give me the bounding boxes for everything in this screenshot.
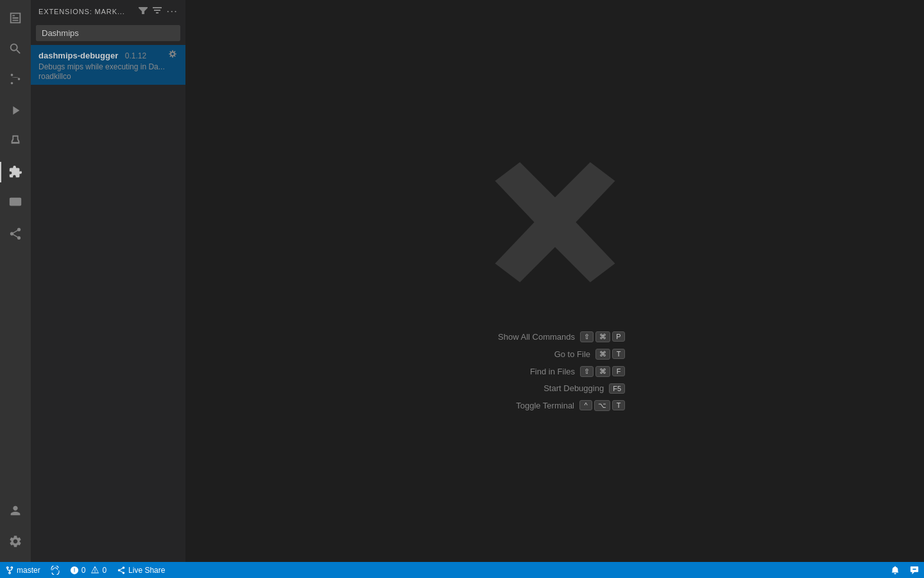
extension-description: Debugs mips while executing in Da...	[38, 62, 178, 71]
shortcut-find-in-files: Find in Files ⇧ ⌘ F	[485, 366, 625, 377]
status-right	[886, 566, 924, 575]
filter-button[interactable]	[138, 5, 148, 17]
shortcut-label-toggle-terminal: Toggle Terminal	[484, 401, 574, 410]
extension-item-dashmips-debugger[interactable]: dashmips-debugger 0.1.12 Debugs mips whi…	[31, 45, 185, 85]
extension-version: 0.1.12	[125, 51, 146, 60]
branch-name: master	[17, 566, 40, 575]
key-opt: ⌥	[594, 400, 610, 411]
activity-icon-settings[interactable]	[0, 526, 31, 557]
search-input[interactable]	[42, 28, 175, 38]
shortcut-keys-find-in-files: ⇧ ⌘ F	[580, 366, 625, 377]
status-left: master 0 0 Live Share	[0, 566, 170, 575]
status-bar: master 0 0 Live Share	[0, 562, 924, 578]
errors-count: 0	[81, 566, 86, 575]
activity-icon-testing[interactable]	[0, 126, 31, 157]
sync-icon	[51, 566, 60, 575]
status-live-share[interactable]: Live Share	[112, 566, 170, 575]
shortcut-keys-start-debugging: F5	[609, 383, 625, 394]
activity-icon-run[interactable]	[0, 95, 31, 126]
extension-author: roadkillco	[38, 72, 178, 81]
shortcut-start-debugging: Start Debugging F5	[514, 383, 625, 394]
key-cmd2: ⌘	[595, 366, 610, 377]
shortcut-label-start-debugging: Start Debugging	[514, 383, 604, 393]
main-content: Show All Commands ⇧ ⌘ P Go to File ⌘ T F…	[185, 0, 924, 562]
shortcuts-container: Show All Commands ⇧ ⌘ P Go to File ⌘ T F…	[484, 331, 625, 411]
key-f: F	[612, 366, 625, 376]
key-shift2: ⇧	[580, 366, 594, 377]
activity-icon-source-control[interactable]	[0, 64, 31, 95]
activity-bar	[0, 0, 31, 562]
key-p: P	[612, 331, 625, 342]
shortcut-label-show-all-commands: Show All Commands	[485, 332, 575, 342]
status-sync[interactable]	[46, 566, 65, 575]
activity-bar-bottom	[0, 495, 31, 562]
extension-settings-icon[interactable]	[167, 49, 178, 61]
shortcut-go-to-file: Go to File ⌘ T	[501, 349, 625, 360]
shortcut-label-go-to-file: Go to File	[501, 349, 590, 359]
shortcut-toggle-terminal: Toggle Terminal ^ ⌥ T	[484, 400, 625, 411]
shortcut-keys-toggle-terminal: ^ ⌥ T	[579, 400, 625, 411]
status-notifications[interactable]	[886, 566, 905, 575]
sidebar: EXTENSIONS: MARK... ··· dashmips-debugge…	[31, 0, 185, 562]
shortcut-keys-show-all-commands: ⇧ ⌘ P	[580, 331, 625, 342]
status-feedback[interactable]	[905, 566, 924, 575]
git-branch-icon	[5, 566, 14, 575]
sidebar-title: EXTENSIONS: MARK...	[38, 8, 125, 15]
status-branch[interactable]: master	[0, 566, 46, 575]
notifications-icon	[891, 566, 900, 575]
activity-icon-explorer[interactable]	[0, 3, 31, 33]
activity-icon-accounts[interactable]	[0, 495, 31, 526]
vscode-logo	[484, 152, 626, 293]
activity-icon-extensions[interactable]	[0, 157, 31, 188]
sidebar-header-actions: ···	[138, 5, 178, 17]
sort-button[interactable]	[152, 5, 162, 17]
shortcut-show-all-commands: Show All Commands ⇧ ⌘ P	[485, 331, 625, 342]
search-box[interactable]	[36, 25, 180, 41]
feedback-icon	[910, 566, 919, 575]
status-errors[interactable]: 0 0	[65, 566, 112, 575]
key-cmd-t: ⌘	[595, 349, 610, 360]
extension-name: dashmips-debugger	[38, 51, 118, 60]
key-t2: T	[612, 400, 625, 410]
activity-icon-liveshare-side[interactable]	[0, 218, 31, 249]
key-f5: F5	[609, 383, 625, 394]
activity-icon-remote[interactable]	[0, 188, 31, 218]
more-actions-button[interactable]: ···	[166, 5, 178, 17]
warning-icon	[90, 566, 99, 575]
key-ctrl: ^	[579, 400, 592, 410]
error-icon	[70, 566, 79, 575]
live-share-label: Live Share	[128, 566, 165, 575]
shortcut-keys-go-to-file: ⌘ T	[595, 349, 625, 360]
key-shift: ⇧	[580, 331, 594, 342]
shortcut-label-find-in-files: Find in Files	[485, 367, 575, 376]
svg-rect-0	[10, 198, 21, 206]
activity-icon-search[interactable]	[0, 33, 31, 64]
key-t: T	[612, 349, 625, 359]
live-share-icon	[117, 566, 126, 575]
key-cmd: ⌘	[595, 331, 610, 342]
warnings-count: 0	[102, 566, 107, 575]
sidebar-header: EXTENSIONS: MARK... ···	[31, 0, 185, 22]
